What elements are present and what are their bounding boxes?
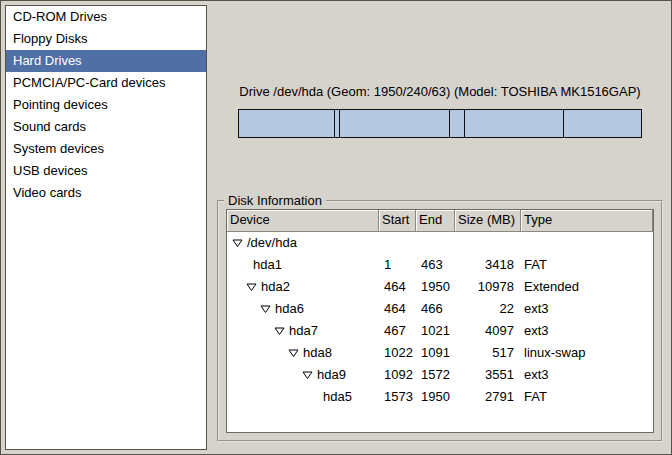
end-cell: 1021 [416,320,455,342]
size-cell: 10978 [455,276,521,298]
device-name: hda8 [303,342,332,364]
drive-title: Drive /dev/hda (Geom: 1950/240/63) (Mode… [217,84,663,99]
device-name: hda7 [289,320,318,342]
sidebar-item-video-cards[interactable]: Video cards [6,182,206,204]
start-cell: 464 [379,276,416,298]
size-cell [455,232,521,254]
sidebar-item-sound-cards[interactable]: Sound cards [6,116,206,138]
partition-divider [464,110,465,137]
sidebar-item-usb-devices[interactable]: USB devices [6,160,206,182]
device-cell: hda9 [227,364,379,386]
start-cell: 467 [379,320,416,342]
device-name: hda9 [317,364,346,386]
column-header-type[interactable]: Type [521,210,653,232]
device-name: hda5 [323,386,352,408]
sidebar-item-hard-drives[interactable]: Hard Drives [6,50,206,72]
column-header-end[interactable]: End [416,210,455,232]
device-cell: hda1 [227,254,379,276]
expander-icon[interactable] [246,282,258,292]
size-cell: 2791 [455,386,521,408]
device-category-list: CD-ROM Drives Floppy Disks Hard Drives P… [5,5,207,450]
expander-icon[interactable] [302,370,314,380]
expander-icon[interactable] [260,304,272,314]
expander-icon[interactable] [232,238,244,248]
type-cell: ext3 [521,364,653,386]
device-name: hda1 [253,254,282,276]
disk-information-groupbox: Disk Information Device Start End Size (… [217,200,663,442]
device-cell: hda7 [227,320,379,342]
hardware-browser-window: CD-ROM Drives Floppy Disks Hard Drives P… [0,0,672,455]
end-cell: 1950 [416,276,455,298]
column-header-start[interactable]: Start [379,210,416,232]
start-cell: 464 [379,298,416,320]
main-panel: Drive /dev/hda (Geom: 1950/240/63) (Mode… [211,1,671,454]
type-cell: linux-swap [521,342,653,364]
table-row[interactable]: hda6 464 466 22 ext3 [227,298,653,320]
expander-icon[interactable] [274,326,286,336]
table-row[interactable]: hda5 1573 1950 2791 FAT [227,386,653,408]
type-cell: FAT [521,386,653,408]
end-cell: 1091 [416,342,455,364]
end-cell: 1572 [416,364,455,386]
type-cell [521,232,653,254]
type-cell: FAT [521,254,653,276]
end-cell: 463 [416,254,455,276]
sidebar-item-pcmcia-devices[interactable]: PCMCIA/PC-Card devices [6,72,206,94]
table-row[interactable]: hda9 1092 1572 3551 ext3 [227,364,653,386]
type-cell: ext3 [521,298,653,320]
sidebar-item-floppy-disks[interactable]: Floppy Disks [6,28,206,50]
partition-divider [334,110,335,137]
partition-divider [449,110,450,137]
device-cell: /dev/hda [227,232,379,254]
start-cell: 1022 [379,342,416,364]
column-header-size[interactable]: Size (MB) [455,210,521,232]
size-cell: 22 [455,298,521,320]
table-row[interactable]: hda7 467 1021 4097 ext3 [227,320,653,342]
table-row[interactable]: hda1 1 463 3418 FAT [227,254,653,276]
table-header: Device Start End Size (MB) Type [227,210,653,232]
size-cell: 3551 [455,364,521,386]
end-cell [416,232,455,254]
sidebar-item-system-devices[interactable]: System devices [6,138,206,160]
partition-divider [339,110,340,137]
device-cell: hda2 [227,276,379,298]
device-name: hda2 [261,276,290,298]
device-cell: hda8 [227,342,379,364]
start-cell [379,232,416,254]
sidebar-item-pointing-devices[interactable]: Pointing devices [6,94,206,116]
table-row[interactable]: hda8 1022 1091 517 linux-swap [227,342,653,364]
size-cell: 517 [455,342,521,364]
size-cell: 3418 [455,254,521,276]
expander-icon[interactable] [288,348,300,358]
device-cell: hda6 [227,298,379,320]
device-name: /dev/hda [247,232,297,254]
disk-information-table: Device Start End Size (MB) Type /dev/hda [226,209,654,433]
type-cell: ext3 [521,320,653,342]
size-cell: 4097 [455,320,521,342]
disk-partition-bar [238,109,642,138]
type-cell: Extended [521,276,653,298]
start-cell: 1573 [379,386,416,408]
disk-information-label: Disk Information [224,193,326,208]
column-header-device[interactable]: Device [227,210,379,232]
table-row[interactable]: /dev/hda [227,232,653,254]
start-cell: 1 [379,254,416,276]
partition-divider [563,110,564,137]
sidebar-item-cdrom-drives[interactable]: CD-ROM Drives [6,6,206,28]
table-row[interactable]: hda2 464 1950 10978 Extended [227,276,653,298]
start-cell: 1092 [379,364,416,386]
end-cell: 466 [416,298,455,320]
end-cell: 1950 [416,386,455,408]
device-name: hda6 [275,298,304,320]
device-cell: hda5 [227,386,379,408]
